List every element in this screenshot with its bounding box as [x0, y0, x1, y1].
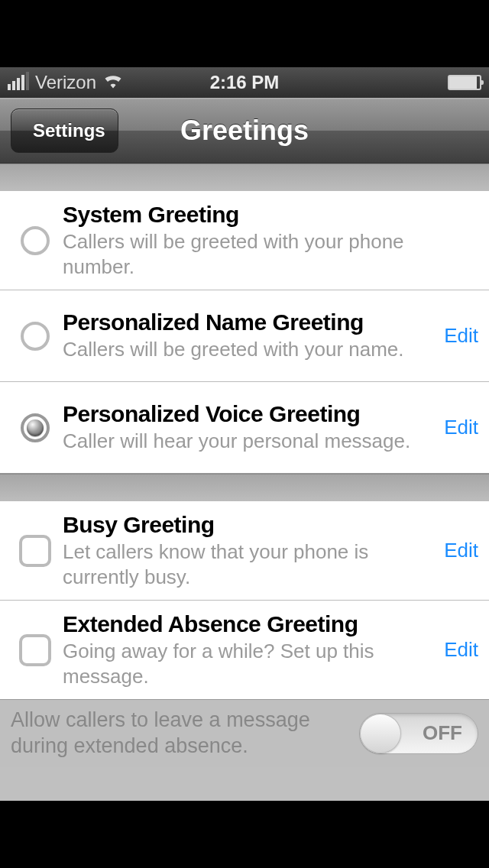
- greeting-option-extended[interactable]: Extended Absence Greeting Going away for…: [0, 601, 489, 700]
- option-title: Personalized Voice Greeting: [63, 401, 432, 427]
- edit-link[interactable]: Edit: [444, 324, 478, 347]
- wifi-icon: [102, 72, 124, 93]
- signal-icon: [8, 75, 29, 90]
- option-description: Going away for a while? Set up this mess…: [63, 639, 432, 688]
- section-separator: [0, 164, 489, 191]
- status-left: Verizon: [8, 72, 166, 93]
- toggle-description: Allow callers to leave a message during …: [11, 708, 359, 760]
- option-description: Caller will hear your personal message.: [63, 429, 432, 454]
- checkbox-icon[interactable]: [19, 634, 51, 666]
- section-separator: [0, 474, 489, 501]
- radio-icon[interactable]: [21, 322, 50, 351]
- option-description: Let callers know that your phone is curr…: [63, 539, 432, 589]
- radio-icon[interactable]: [21, 226, 50, 255]
- allow-message-toggle[interactable]: OFF: [359, 713, 478, 754]
- option-title: Busy Greeting: [63, 512, 432, 538]
- greeting-option-name[interactable]: Personalized Name Greeting Callers will …: [0, 290, 489, 382]
- extended-absence-toggle-row: Allow callers to leave a message during …: [0, 700, 489, 767]
- option-title: Extended Absence Greeting: [63, 611, 432, 637]
- greeting-option-system[interactable]: System Greeting Callers will be greeted …: [0, 191, 489, 290]
- nav-bar: Settings Greetings: [0, 98, 489, 164]
- option-description: Callers will be greeted with your phone …: [63, 229, 478, 279]
- app-screen: Verizon 2:16 PM Settings Greetings Syste…: [0, 67, 489, 801]
- edit-link[interactable]: Edit: [444, 539, 478, 562]
- edit-link[interactable]: Edit: [444, 416, 478, 439]
- back-button[interactable]: Settings: [11, 108, 118, 153]
- status-bar: Verizon 2:16 PM: [0, 67, 489, 98]
- battery-icon: [448, 75, 481, 90]
- option-title: System Greeting: [63, 202, 478, 228]
- greeting-checkbox-group: Busy Greeting Let callers know that your…: [0, 501, 489, 700]
- toggle-knob-icon: [360, 714, 401, 753]
- clock-label: 2:16 PM: [166, 72, 324, 93]
- greeting-option-busy[interactable]: Busy Greeting Let callers know that your…: [0, 501, 489, 601]
- toggle-state-label: OFF: [423, 721, 462, 745]
- option-title: Personalized Name Greeting: [63, 309, 432, 335]
- back-button-label: Settings: [33, 120, 105, 141]
- greeting-radio-group: System Greeting Callers will be greeted …: [0, 191, 489, 474]
- option-description: Callers will be greeted with your name.: [63, 337, 432, 362]
- checkbox-icon[interactable]: [19, 535, 51, 567]
- carrier-label: Verizon: [35, 72, 96, 93]
- status-right: [323, 75, 481, 90]
- radio-icon[interactable]: [21, 413, 50, 442]
- greeting-option-voice[interactable]: Personalized Voice Greeting Caller will …: [0, 382, 489, 474]
- edit-link[interactable]: Edit: [444, 638, 478, 661]
